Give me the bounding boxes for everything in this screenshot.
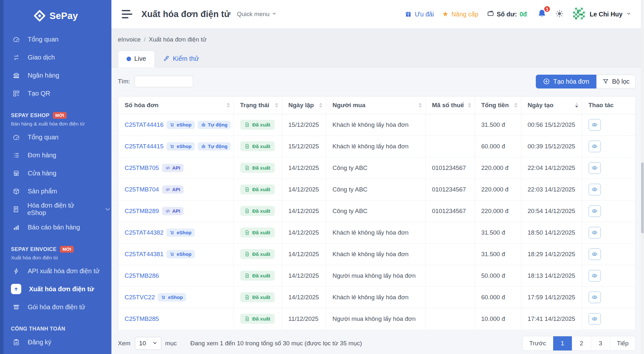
pagination-page-1[interactable]: 1 xyxy=(553,336,572,350)
cart-icon xyxy=(170,144,175,149)
sidebar-item-tao-qr[interactable]: Tạo QR xyxy=(0,84,111,102)
pagination-next[interactable]: Tiếp xyxy=(610,336,635,350)
tax-code-cell xyxy=(425,243,475,265)
actions-cell xyxy=(582,308,636,330)
sidebar-section-title: CỔNG THANH TOÁN xyxy=(11,326,111,332)
view-invoice-button[interactable] xyxy=(589,184,601,195)
doc-check-icon xyxy=(244,208,250,214)
view-invoice-button[interactable] xyxy=(589,205,601,217)
user-menu[interactable]: Le Chi Huy xyxy=(572,7,631,22)
sidebar-item-ang-ky[interactable]: Đăng ký xyxy=(0,333,111,351)
pagination-page-3[interactable]: 3 xyxy=(591,336,610,350)
breadcrumb-root[interactable]: eInvoice xyxy=(118,36,141,43)
view-invoice-button[interactable] xyxy=(589,248,601,260)
view-invoice-button[interactable] xyxy=(589,119,601,131)
filter-button[interactable]: Bộ lọc xyxy=(596,75,636,88)
hamburger-menu-icon[interactable] xyxy=(121,9,133,20)
status-label: Đã xuất xyxy=(252,144,270,149)
buyer-cell: Khách lẻ không lấy hóa đơn xyxy=(326,286,425,308)
invoice-code-link[interactable]: C25TMB286 xyxy=(125,272,159,279)
brand[interactable]: SePay xyxy=(0,0,111,23)
column-header-nguoi-mua[interactable]: Người mua xyxy=(326,97,425,114)
sidebar-item-label: Gói hóa đơn điện tử xyxy=(28,303,85,311)
invoice-code-link[interactable]: C25TAT44381 xyxy=(125,251,164,258)
sidebar-item-san-pham[interactable]: Sản phẩm xyxy=(0,182,111,200)
issue-date-cell: 14/12/2025 xyxy=(282,179,326,200)
tab-live[interactable]: Live xyxy=(118,51,155,67)
total-cell: 50.000 đ xyxy=(475,265,521,286)
column-header-tong-tien[interactable]: Tổng tiền xyxy=(475,97,521,114)
sidebar-item-bao-cao-ban-hang[interactable]: Báo cáo bán hàng xyxy=(0,218,111,236)
invoice-code-link[interactable]: C25TMB285 xyxy=(125,315,159,322)
invoice-code-link[interactable]: C25TAT44416 xyxy=(125,121,164,128)
sort-icon xyxy=(468,103,471,107)
column-header-ma-so-thue[interactable]: Mã số thuế xyxy=(425,97,475,114)
sidebar-item-cua-hang[interactable]: Cửa hàng xyxy=(0,164,111,182)
issue-date-cell: 15/12/2025 xyxy=(282,135,326,157)
column-header-label: Trạng thái xyxy=(240,102,270,108)
sidebar-item-label: Sản phẩm xyxy=(28,188,57,195)
sidebar-item-tong-quan[interactable]: Tổng quan xyxy=(0,128,111,146)
issue-date-cell: 14/12/2025 xyxy=(282,286,326,308)
invoice-code-link[interactable]: C25TMB289 xyxy=(125,208,159,215)
section-title-text: CỔNG THANH TOÁN xyxy=(11,326,65,332)
view-invoice-button[interactable] xyxy=(589,162,601,174)
total-cell: 60.000 đ xyxy=(475,286,521,308)
quick-menu-button[interactable]: Quick menu xyxy=(237,11,277,18)
pagination-page-2[interactable]: 2 xyxy=(572,336,591,350)
status-badge: Đã xuất xyxy=(240,206,275,216)
view-invoice-button[interactable] xyxy=(589,292,601,303)
new-badge: MỚI xyxy=(53,112,67,119)
search-input[interactable] xyxy=(135,76,193,87)
view-invoice-button[interactable] xyxy=(589,227,601,238)
breadcrumb-current: Xuất hóa đơn điện tử xyxy=(149,36,206,43)
invoice-code-link[interactable]: C25TMB704 xyxy=(125,186,159,193)
column-header-ngay-tao[interactable]: Ngày tạo xyxy=(521,97,582,114)
buyer-cell: Khách lẻ không lấy hóa đơn xyxy=(326,222,425,243)
sidebar-item-on-hang[interactable]: Đơn hàng xyxy=(0,146,111,164)
notifications-button[interactable]: 1 xyxy=(537,9,547,20)
package-icon xyxy=(12,303,20,311)
create-invoice-button[interactable]: Tạo hóa đơn xyxy=(536,75,596,88)
view-invoice-button[interactable] xyxy=(589,141,601,152)
sidebar-item-api-xuat-hoa-on-ien-tu[interactable]: API xuất hóa đơn điện tử xyxy=(0,262,111,280)
pagination-prev[interactable]: Trước xyxy=(523,336,553,350)
status-cell: Đã xuất xyxy=(233,179,282,200)
tab-test[interactable]: Kiểm thử xyxy=(155,50,207,67)
column-header-trang-thai[interactable]: Trạng thái xyxy=(233,97,282,114)
sidebar-item-xuat-hoa-on-ien-tu[interactable]: Xuất hóa đơn điện tử xyxy=(0,280,111,298)
badge-label: eShop xyxy=(177,144,192,149)
sidebar-item-ngan-hang[interactable]: Ngân hàng xyxy=(0,66,111,84)
sidebar-item-goi-hoa-on-ien-tu[interactable]: Gói hóa đơn điện tử xyxy=(0,298,111,316)
sidebar-item-label: Tổng quan xyxy=(28,36,59,43)
scrollbar[interactable] xyxy=(641,0,644,354)
issue-date-cell: 14/12/2025 xyxy=(282,265,326,286)
column-header-ngay-lap[interactable]: Ngày lập xyxy=(282,97,326,114)
invoice-code-link[interactable]: C25TMB705 xyxy=(125,164,159,172)
tab-live-label: Live xyxy=(134,55,146,62)
sidebar-item-label: Đơn hàng xyxy=(28,152,56,159)
sidebar-item-giao-dich[interactable]: Giao dịch xyxy=(0,48,111,66)
scrollbar-thumb[interactable] xyxy=(641,163,644,233)
bank-icon xyxy=(12,71,20,79)
badge-tu-ong: Tự động xyxy=(198,121,231,129)
sidebar-item-tong-quan[interactable]: Tổng quan xyxy=(0,30,111,48)
theme-toggle-button[interactable] xyxy=(555,9,564,19)
page-size-unit: mục xyxy=(165,340,177,347)
promo-link[interactable]: Ưu đãi xyxy=(405,11,434,18)
invoice-code-link[interactable]: C25TVC22 xyxy=(125,294,155,301)
sidebar-section-title: SEPAY EINVOICEMỚI xyxy=(11,246,111,253)
column-header-so-hoa-on[interactable]: Số hóa đơn xyxy=(118,97,233,114)
invoice-code-link[interactable]: C25TAT44382 xyxy=(125,229,164,236)
status-cell: Đã xuất xyxy=(233,243,282,265)
page-size-select[interactable]: 10 xyxy=(135,337,161,350)
status-badge: Đã xuất xyxy=(240,120,275,130)
view-invoice-button[interactable] xyxy=(589,270,601,282)
invoice-number-cell: C25TAT44382eShop xyxy=(118,222,233,243)
upgrade-link[interactable]: ★ Nâng cấp xyxy=(442,11,478,18)
sidebar-item-hoa-on-ien-tu-eshop[interactable]: Hóa đơn điện tử eShop xyxy=(0,200,111,218)
issue-date-cell: 14/12/2025 xyxy=(282,200,326,222)
balance[interactable]: Số dư: 0đ xyxy=(487,10,527,19)
invoice-code-link[interactable]: C25TAT44415 xyxy=(125,143,164,150)
view-invoice-button[interactable] xyxy=(589,313,601,325)
